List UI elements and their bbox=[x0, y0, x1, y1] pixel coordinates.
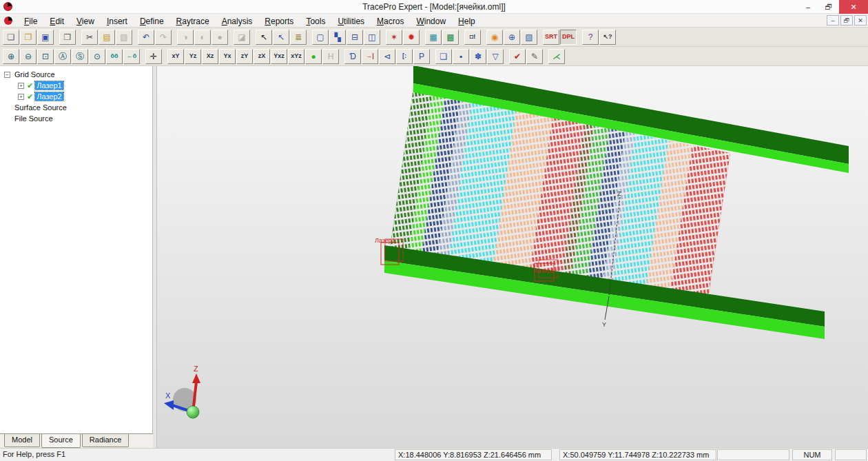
menu-utilities[interactable]: Utilities bbox=[331, 15, 371, 28]
view-glasses-previous-button[interactable]: ←ö bbox=[123, 49, 140, 64]
help-button[interactable]: ? bbox=[582, 30, 599, 45]
enabled-check-icon[interactable]: ✔ bbox=[27, 81, 33, 90]
expand-icon[interactable]: + bbox=[18, 94, 24, 100]
menu-edit[interactable]: Edit bbox=[43, 15, 70, 28]
zoom-selection-icon: Ⓢ bbox=[76, 52, 84, 61]
zoom-selection-button[interactable]: Ⓢ bbox=[72, 49, 88, 64]
menu-insert[interactable]: Insert bbox=[101, 15, 134, 28]
window-single-button[interactable]: ▢ bbox=[312, 30, 329, 45]
render-flower-button[interactable]: ✽ bbox=[470, 49, 486, 64]
status-help-text: For Help, press F1 bbox=[3, 450, 65, 458]
collapse-icon[interactable]: − bbox=[4, 72, 10, 78]
menu-raytrace[interactable]: Raytrace bbox=[170, 15, 216, 28]
menu-tools[interactable]: Tools bbox=[300, 15, 331, 28]
cursor-coordinates-1: X:18.448006 Y:8.816953 Z:21.646456 mm bbox=[395, 449, 552, 460]
view-glasses-button[interactable]: öö bbox=[106, 49, 123, 64]
pan-button[interactable]: ✛ bbox=[145, 49, 162, 64]
model-viewport[interactable]: Лазер1Лазер2ZYXZ bbox=[157, 66, 868, 448]
expand-icon[interactable]: + bbox=[18, 83, 24, 89]
select-button[interactable]: ↖ bbox=[256, 30, 272, 45]
render-cone-button[interactable]: ▽ bbox=[487, 49, 504, 64]
pan-icon: ✛ bbox=[150, 52, 157, 61]
audit-check-button[interactable]: ✔ bbox=[509, 49, 526, 64]
copy-button[interactable]: ▤ bbox=[99, 30, 115, 45]
minimize-button[interactable]: – bbox=[798, 0, 818, 14]
window-tile-vertical-icon: ◫ bbox=[368, 33, 375, 41]
section-view-button[interactable]: [: bbox=[396, 49, 413, 64]
zoom-window-button[interactable]: ⊡ bbox=[37, 49, 54, 64]
menu-file[interactable]: File bbox=[18, 15, 43, 28]
menu-analysis[interactable]: Analysis bbox=[216, 15, 259, 28]
boolean-intersect-icon: ◑ bbox=[183, 33, 187, 41]
undo-button[interactable]: ↶ bbox=[138, 30, 154, 45]
close-button[interactable]: ✕ bbox=[839, 0, 868, 14]
window-tile-horizontal-button[interactable]: ⊟ bbox=[347, 30, 363, 45]
polar-iso-plot-icon: ◉ bbox=[491, 33, 498, 41]
context-help-button[interactable]: ↖? bbox=[599, 30, 616, 45]
menu-view[interactable]: View bbox=[70, 15, 101, 28]
source-tree: −Grid Source+✔Лазер1+✔Лазер2Surface Sour… bbox=[0, 66, 152, 124]
silhouette-button[interactable]: ▪ bbox=[453, 49, 469, 64]
ray-sort-dpl-button[interactable]: DPL bbox=[560, 30, 577, 45]
tab-model[interactable]: Model bbox=[4, 434, 40, 447]
trace-rays-rep-button[interactable]: ✹ bbox=[403, 30, 420, 45]
system-tree-button[interactable]: ≣ bbox=[290, 30, 307, 45]
tree-item-laser[interactable]: Лазер2 bbox=[35, 92, 63, 101]
tree-item-laser[interactable]: Лазер1 bbox=[35, 81, 63, 90]
trace-rays-button[interactable]: ✶ bbox=[386, 30, 402, 45]
headlamp-button[interactable]: ⊲ bbox=[379, 49, 395, 64]
perspective-view-button[interactable]: Ɗ bbox=[344, 49, 361, 64]
view-isometric-2-button[interactable]: xYz bbox=[288, 49, 304, 64]
restore-button[interactable]: 🗗 bbox=[818, 0, 839, 14]
view-isometric-1-button[interactable]: Yxz bbox=[271, 49, 287, 64]
zoom-out-button[interactable]: ⊖ bbox=[20, 49, 37, 64]
ray-history-button[interactable]: ◘! bbox=[464, 30, 481, 45]
solid-render-button[interactable]: ❑ bbox=[435, 49, 452, 64]
incident-ray-button[interactable]: ⋌ bbox=[548, 49, 565, 64]
menu-reports[interactable]: Reports bbox=[258, 15, 300, 28]
tree-item[interactable]: Surface Source bbox=[13, 103, 68, 112]
zoom-in-button[interactable]: ⊕ bbox=[3, 49, 19, 64]
orbit-icon: ● bbox=[311, 52, 316, 61]
tree-item-grid-source[interactable]: Grid Source bbox=[13, 70, 56, 79]
print-button[interactable]: ❒ bbox=[59, 30, 76, 45]
tree-item[interactable]: File Source bbox=[13, 114, 54, 123]
ray-sort-srt-button[interactable]: SRT bbox=[543, 30, 559, 45]
zoom-previous-button[interactable]: ⊙ bbox=[89, 49, 105, 64]
menu-help[interactable]: Help bbox=[452, 15, 482, 28]
save-file-button[interactable]: ▣ bbox=[37, 30, 54, 45]
mdi-close-button[interactable]: ✕ bbox=[854, 15, 867, 25]
enabled-check-icon[interactable]: ✔ bbox=[27, 92, 33, 101]
select-object-button[interactable]: ↖ bbox=[273, 30, 289, 45]
mdi-minimize-button[interactable]: – bbox=[827, 15, 839, 25]
boolean-union-icon: ● bbox=[217, 33, 222, 41]
view-xy-icon: xY bbox=[172, 53, 179, 59]
measure-button[interactable]: ✎ bbox=[526, 49, 543, 64]
spherical-plot-button[interactable]: ⊕ bbox=[504, 30, 520, 45]
menu-define[interactable]: Define bbox=[134, 15, 170, 28]
mdi-restore-button[interactable]: 🗗 bbox=[840, 15, 853, 25]
window-tile-vertical-button[interactable]: ◫ bbox=[364, 30, 380, 45]
orbit-button[interactable]: ● bbox=[305, 49, 322, 64]
view-zx-button[interactable]: zX bbox=[254, 49, 270, 64]
profile-view-button[interactable]: P bbox=[413, 49, 430, 64]
polar-iso-plot-button[interactable]: ◉ bbox=[486, 30, 503, 45]
view-zy-button[interactable]: zY bbox=[236, 49, 253, 64]
view-yx-button[interactable]: Yx bbox=[219, 49, 236, 64]
irradiance-map-button[interactable]: ▦ bbox=[425, 30, 442, 45]
new-file-button[interactable]: ❏ bbox=[3, 30, 19, 45]
open-file-button[interactable]: ❐ bbox=[20, 30, 37, 45]
view-yz-button[interactable]: Yz bbox=[185, 49, 201, 64]
view-xz-button[interactable]: Xz bbox=[202, 49, 218, 64]
tab-source[interactable]: Source bbox=[41, 434, 81, 448]
photorealistic-render-button[interactable]: ▧ bbox=[521, 30, 537, 45]
tab-radiance[interactable]: Radiance bbox=[82, 434, 129, 447]
menu-macros[interactable]: Macros bbox=[371, 15, 410, 28]
cut-button[interactable]: ✂ bbox=[81, 30, 98, 45]
zoom-all-button[interactable]: Ⓐ bbox=[54, 49, 71, 64]
menu-window[interactable]: Window bbox=[410, 15, 452, 28]
window-cascade-button[interactable]: ▚ bbox=[329, 30, 346, 45]
ray-select-button[interactable]: →| bbox=[362, 49, 378, 64]
view-xy-button[interactable]: xY bbox=[167, 49, 184, 64]
candela-map-button[interactable]: ▩ bbox=[442, 30, 459, 45]
